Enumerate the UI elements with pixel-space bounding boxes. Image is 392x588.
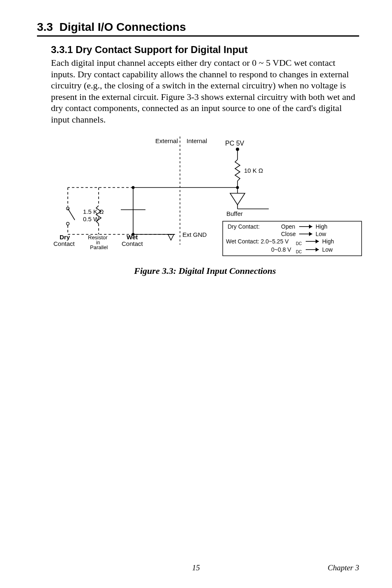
section-title: Digital I/O Connections — [60, 21, 186, 33]
label-ext-gnd: Ext GND — [182, 231, 207, 238]
page-footer: 15 Chapter 3 — [0, 563, 392, 572]
figure-caption: Figure 3.3: Digital Input Connections — [51, 266, 359, 276]
circuit-diagram: External Internal PC 5V 10 K Ω Buffer — [51, 136, 363, 263]
label-dry-bold: Dry — [60, 234, 70, 241]
svg-marker-32 — [309, 232, 312, 236]
svg-marker-34 — [316, 239, 319, 243]
label-dry-text: Contact — [53, 240, 75, 247]
box-low: Low — [316, 231, 327, 237]
box-wet: Wet Contact: 2.0~5.25 V — [226, 238, 289, 245]
subsection-title: Dry Contact Support for Digital Input — [76, 44, 248, 55]
box-high: High — [316, 223, 327, 230]
label-buffer: Buffer — [226, 210, 243, 217]
svg-marker-36 — [316, 248, 319, 252]
label-internal: Internal — [187, 137, 207, 144]
box-low2: Low — [322, 246, 333, 253]
box-dry: Dry Contact: — [228, 223, 260, 230]
label-r05w: 0.5 W — [83, 215, 99, 222]
subsection-number: 3.3.1 — [51, 44, 73, 55]
box-open: Open — [281, 223, 295, 230]
svg-marker-26 — [168, 234, 174, 240]
label-pc5v: PC 5V — [225, 140, 244, 147]
svg-line-14 — [68, 208, 75, 220]
section-number: 3.3 — [37, 21, 53, 33]
label-external: External — [155, 137, 178, 144]
section-rule — [37, 35, 359, 37]
label-parallel: Parallel — [90, 244, 108, 250]
box-dc1: DC — [296, 241, 302, 246]
body-paragraph: Each digital input channel accepts eithe… — [51, 57, 359, 125]
figure-block: External Internal PC 5V 10 K Ω Buffer — [51, 136, 359, 276]
box-high2: High — [322, 238, 334, 245]
label-r15k: 1.5 K Ω — [83, 208, 104, 215]
subsection-heading: 3.3.1 Dry Contact Support for Digital In… — [51, 44, 359, 56]
chapter-label: Chapter 3 — [327, 563, 359, 572]
label-wet-text: Contact — [122, 240, 143, 247]
page-number: 15 — [192, 563, 200, 572]
label-wet-bold: Wet — [127, 234, 138, 241]
svg-point-15 — [67, 222, 69, 225]
section-heading: 3.3 Digital I/O Connections — [37, 21, 359, 34]
svg-marker-6 — [230, 193, 245, 205]
svg-marker-30 — [309, 225, 312, 229]
box-close: Close — [281, 231, 296, 237]
box-range2: 0~0.8 V — [271, 246, 291, 253]
label-r10k: 10 K Ω — [244, 167, 263, 174]
box-dc2: DC — [296, 250, 302, 254]
